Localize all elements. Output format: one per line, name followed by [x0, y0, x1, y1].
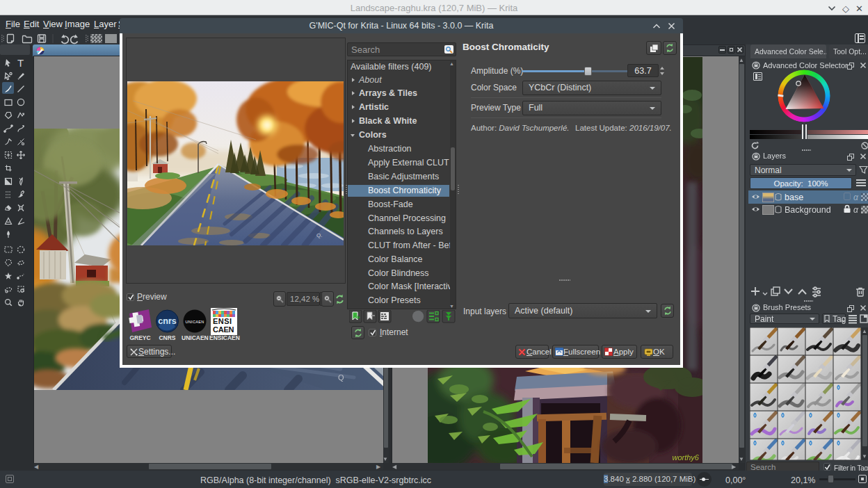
svg-text:cnrs: cnrs	[158, 316, 176, 326]
svg-text:Q: Q	[338, 373, 344, 382]
svg-text:CAEN: CAEN	[213, 325, 234, 334]
svg-text:Q.: Q.	[316, 232, 322, 238]
svg-text:UNICAEN: UNICAEN	[186, 320, 204, 324]
svg-text:ENSI: ENSI	[213, 317, 232, 325]
svg-text:T: T	[17, 57, 24, 69]
svg-text:worthy6: worthy6	[672, 453, 699, 462]
